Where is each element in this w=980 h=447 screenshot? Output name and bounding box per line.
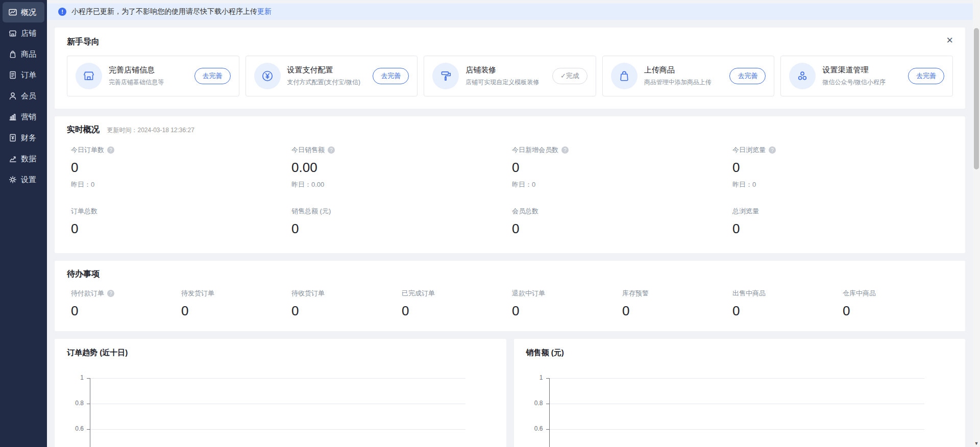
stat-value: 0 xyxy=(732,221,953,237)
done-button[interactable]: ✓完成 xyxy=(552,68,587,84)
guide-card-title: 店铺装修 xyxy=(465,65,546,75)
sidebar-item-label: 财务 xyxy=(21,133,36,143)
sidebar-item-members[interactable]: 会员 xyxy=(3,86,44,106)
close-icon[interactable]: × xyxy=(946,35,953,46)
shop-icon xyxy=(8,29,17,38)
finance-icon xyxy=(8,133,17,142)
order-trend-chart: 10.80.60.40.20 xyxy=(67,378,465,447)
sidebar-item-label: 会员 xyxy=(21,91,36,101)
sidebar-item-marketing[interactable]: 营销 xyxy=(3,107,44,127)
todo-value: 0 xyxy=(622,303,732,319)
go-complete-button[interactable]: 去完善 xyxy=(908,68,944,84)
settings-icon xyxy=(8,175,17,184)
stat-today-pageviews: 今日浏览量? 0 昨日：0 xyxy=(732,145,953,189)
stat-total-orders: 订单总数 0 xyxy=(71,207,291,237)
sidebar-item-label: 商品 xyxy=(21,49,36,59)
stat-value: 0 xyxy=(512,221,732,237)
stat-yesterday: 昨日：0 xyxy=(732,180,953,189)
notification-text: 小程序已更新，为了不影响您的使用请尽快下载小程序上传 xyxy=(71,7,257,16)
guide-card-subtitle: 商品管理中添加商品上传 xyxy=(644,78,723,87)
update-time: 更新时间：2024-03-18 12:36:27 xyxy=(107,127,194,134)
sidebar-item-settings[interactable]: 设置 xyxy=(3,169,44,190)
guide-card-subtitle: 支付方式配置(支付宝/微信) xyxy=(287,78,366,87)
overview-icon xyxy=(8,8,17,17)
guide-card-title: 设置渠道管理 xyxy=(822,65,901,75)
sidebar-item-label: 数据 xyxy=(21,154,36,164)
channels-icon xyxy=(796,69,809,83)
sidebar-item-label: 设置 xyxy=(21,175,36,185)
dashboard-app: 概况 店铺 商品 订单 会员 营销 财务 数据 xyxy=(0,0,980,447)
realtime-stats: 今日订单数? 0 昨日：0 今日销售额? 0.00 昨日：0.00 今日新增会员… xyxy=(67,145,953,237)
stat-value: 0 xyxy=(291,221,512,237)
member-icon xyxy=(8,91,17,101)
sidebar-item-shop[interactable]: 店铺 xyxy=(3,23,44,43)
stat-total-members: 会员总数 0 xyxy=(512,207,732,237)
todo-value: 0 xyxy=(291,303,402,319)
main-area: ! 小程序已更新，为了不影响您的使用请尽快下载小程序上传 更新 新手导向 × 完… xyxy=(47,0,973,447)
help-icon[interactable]: ? xyxy=(769,146,776,154)
todo-value: 0 xyxy=(181,303,291,319)
sidebar-item-orders[interactable]: 订单 xyxy=(3,65,44,85)
help-icon[interactable]: ? xyxy=(107,290,114,297)
todo-value: 0 xyxy=(732,303,843,319)
go-complete-button[interactable]: 去完善 xyxy=(729,68,766,84)
scrollbar-down-arrow[interactable]: ▼ xyxy=(973,441,980,446)
todo-value: 0 xyxy=(71,303,181,319)
sidebar-item-data[interactable]: 数据 xyxy=(3,148,44,169)
todo-value: 0 xyxy=(512,303,622,319)
scrollbar-thumb[interactable] xyxy=(974,28,979,169)
todo-panel: 待办事项 待付款订单? 0 待发货订单 0 待收货订单 0 xyxy=(55,261,965,331)
sidebar-item-overview[interactable]: 概况 xyxy=(3,2,44,22)
vertical-scrollbar[interactable]: ▼ xyxy=(973,0,980,447)
marketing-icon xyxy=(8,112,17,121)
charts-row: 订单趋势 (近十日) 10.80.60.40.20 销售额 (元) 10.80.… xyxy=(55,339,965,447)
help-icon[interactable]: ? xyxy=(107,146,114,154)
todo-value: 0 xyxy=(843,303,953,319)
guide-card-subtitle: 完善店铺基础信息等 xyxy=(109,78,188,87)
guide-title: 新手导向 xyxy=(67,37,100,47)
stat-yesterday: 昨日：0.00 xyxy=(291,180,512,189)
chart-title: 订单趋势 (近十日) xyxy=(67,348,494,358)
sidebar-item-finance[interactable]: 财务 xyxy=(3,128,44,148)
order-icon xyxy=(8,70,17,80)
todo-on-sale-goods: 出售中商品 0 xyxy=(732,289,843,319)
guide-card-title: 设置支付配置 xyxy=(287,65,366,75)
todo-pending-receipt: 待收货订单 0 xyxy=(291,289,402,319)
guide-card-subtitle: 店铺可实现自定义模板装修 xyxy=(465,78,546,87)
help-icon[interactable]: ? xyxy=(561,146,569,154)
stat-value: 0 xyxy=(512,160,732,176)
sidebar-item-label: 店铺 xyxy=(21,29,36,38)
guide-card-title: 完善店铺信息 xyxy=(109,65,188,75)
stat-total-pageviews: 总浏览量 0 xyxy=(732,207,953,237)
paint-roller-icon xyxy=(439,69,452,83)
stat-yesterday: 昨日：0 xyxy=(71,180,291,189)
stat-value: 0 xyxy=(71,160,291,176)
stat-value: 0 xyxy=(71,221,291,237)
guide-card-decoration: 店铺装修 店铺可实现自定义模板装修 ✓完成 xyxy=(424,56,596,96)
todo-warehouse-goods: 仓库中商品 0 xyxy=(843,289,953,319)
guide-card-payment: 设置支付配置 支付方式配置(支付宝/微信) 去完善 xyxy=(246,56,418,96)
todo-pending-shipment: 待发货订单 0 xyxy=(181,289,291,319)
sidebar-item-label: 概况 xyxy=(21,8,36,17)
guide-card-subtitle: 微信公众号/微信小程序 xyxy=(822,78,901,87)
yen-circle-icon xyxy=(261,69,274,83)
data-icon xyxy=(8,154,17,163)
go-complete-button[interactable]: 去完善 xyxy=(373,68,409,84)
guide-card-channels: 设置渠道管理 微信公众号/微信小程序 去完善 xyxy=(780,56,953,96)
sidebar-item-label: 订单 xyxy=(21,70,36,80)
help-icon[interactable]: ? xyxy=(328,146,335,154)
realtime-title: 实时概况 xyxy=(67,125,100,135)
todo-title: 待办事项 xyxy=(67,269,100,280)
sales-chart: 10.80.60.40.20 xyxy=(526,378,925,447)
update-link[interactable]: 更新 xyxy=(257,7,272,16)
todo-refunding-orders: 退款中订单 0 xyxy=(512,289,622,319)
sidebar-item-goods[interactable]: 商品 xyxy=(3,44,44,64)
storefront-icon xyxy=(82,69,95,83)
stat-today-sales: 今日销售额? 0.00 昨日：0.00 xyxy=(291,145,512,189)
go-complete-button[interactable]: 去完善 xyxy=(194,68,231,84)
content: 新手导向 × 完善店铺信息 完善店铺基础信息等 去完善 xyxy=(47,28,973,447)
realtime-overview-panel: 实时概况 更新时间：2024-03-18 12:36:27 今日订单数? 0 昨… xyxy=(55,116,965,253)
sales-chart-panel: 销售额 (元) 10.80.60.40.20 xyxy=(514,339,966,447)
stat-value: 0.00 xyxy=(291,160,512,176)
notification-bar: ! 小程序已更新，为了不影响您的使用请尽快下载小程序上传 更新 xyxy=(47,4,973,20)
